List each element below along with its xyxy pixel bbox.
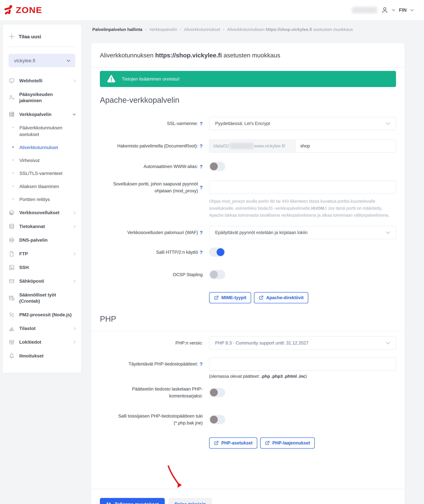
help-icon[interactable]: ?	[200, 249, 203, 255]
docroot-input[interactable]: shop	[296, 140, 396, 152]
person-plus-icon	[9, 95, 19, 101]
bullet-icon	[12, 127, 14, 128]
sidebar-item-verkkopalvelin[interactable]: Verkkopalvelin	[9, 108, 75, 121]
php-noext-toggle[interactable]	[209, 388, 225, 397]
www-alias-row: Automaattinen WWW-alias:?	[100, 162, 396, 171]
runner-icon	[4, 5, 14, 15]
sidebar-item-dns-palvelin[interactable]: DNS DNS-palvelin	[9, 233, 75, 247]
apache-section-heading: Apache-verkkopalvelin	[100, 95, 396, 105]
docroot-row: Hakemisto palvelimella (DocumentRoot):? …	[100, 139, 396, 153]
www-alias-toggle[interactable]	[209, 162, 225, 171]
page-title: Aliverkkotunnuksen https://shop.vickylee…	[100, 52, 396, 59]
docroot-prefix: /data01/www.vickylee.fi/	[209, 140, 296, 152]
sidebar-subitem-paaverkkotunnuksen-asetukset[interactable]: Pääverkkotunnuksen asetukset	[9, 121, 75, 141]
toggle-knob	[210, 389, 218, 396]
help-icon[interactable]: ?	[200, 143, 203, 149]
sidebar-item-tilastot[interactable]: Tilastot	[9, 322, 75, 335]
sidebar-subitem-porttien-reititys[interactable]: Porttien reititys	[9, 193, 75, 206]
php-version-select[interactable]: PHP 8.3 · Community support until: 31.12…	[209, 336, 396, 350]
php-section-heading: PHP	[100, 314, 396, 324]
sidebar-item-lokitiedot[interactable]: Lokitiedot	[9, 335, 75, 349]
app-port-input[interactable]	[209, 180, 396, 194]
breadcrumb-item[interactable]: Verkkopalvelin	[149, 27, 177, 32]
archive-box-icon	[9, 339, 19, 345]
language-selector[interactable]: FIN	[399, 7, 407, 13]
sidebar-subitem-ssl-tls-varmenteet[interactable]: SSL/TLS-varmenteet	[9, 167, 75, 180]
user-menu-chevron-icon[interactable]	[392, 8, 395, 11]
php-buttons-row: PHP-asetukset PHP-laajennukset	[209, 437, 396, 449]
php-version-label: PHP:n versio:	[175, 340, 203, 346]
ssl-cert-select[interactable]: Pyydettäessä: Let's Encrypt	[209, 117, 396, 130]
sidebar-subitem-aliverkkotunnukset[interactable]: Aliverkkotunnukset	[9, 141, 75, 154]
waf-label: Verkkosovellusten palomuuri (WAF)	[127, 229, 198, 236]
breadcrumb-item[interactable]: Palvelinpalvelun hallinta	[92, 27, 142, 32]
apache-directives-button[interactable]: Apache-direktiivit	[254, 292, 308, 303]
chevron-down-icon	[386, 342, 390, 344]
breadcrumb-item[interactable]: Aliverkkotunnukset	[184, 27, 220, 32]
top-bar: ZONE FIN	[0, 0, 424, 20]
app-port-row: Sovelluksen portti, johon saapuvat pyynn…	[100, 180, 396, 219]
php-extensions-label: Täydentävät PHP-tiedostopäätteet:	[129, 361, 198, 368]
file-icon	[9, 251, 19, 257]
sidebar-item-ftp[interactable]: FTP	[9, 247, 75, 261]
redacted-path-segment	[230, 143, 254, 149]
php-heading-wrap: PHP	[91, 314, 405, 331]
calendar-clock-icon	[9, 295, 19, 301]
language-chevron-icon[interactable]	[411, 8, 414, 11]
php-extensions-input[interactable]	[209, 357, 396, 371]
help-icon[interactable]: ?	[200, 164, 203, 169]
external-link-icon	[214, 440, 219, 446]
order-new-button[interactable]: Tilaa uusi	[9, 31, 75, 47]
toggle-knob	[217, 248, 224, 256]
sidebar-item-webhotelli[interactable]: Webhotelli	[9, 74, 75, 88]
database-icon	[9, 223, 19, 230]
php-extensions-helper: (olemassa olevat päätteet: .php .php3 .p…	[209, 374, 396, 379]
sidebar-item-pm2-prosessit[interactable]: PM2-prosessit (Node.js)	[9, 308, 75, 322]
mime-types-button[interactable]: MIME-tyypit	[209, 292, 251, 303]
go-back-button[interactable]: Palaa takaisin	[168, 498, 212, 504]
chevron-right-icon	[73, 225, 76, 228]
user-icon[interactable]	[381, 7, 388, 13]
waf-select[interactable]: Epäilyttävät pyynnöt estetään ja kirjata…	[209, 226, 396, 239]
breadcrumb-separator	[180, 29, 181, 30]
php-extensions-button[interactable]: PHP-laajennukset	[260, 437, 315, 449]
bullet-icon	[12, 159, 14, 161]
sidebar-item-saannolliset-tyot[interactable]: Säännölliset työt (Crontab)	[9, 288, 75, 308]
apache-buttons-row: MIME-tyypit Apache-direktiivit	[209, 292, 396, 303]
external-link-icon	[259, 295, 264, 300]
username-redacted	[352, 7, 377, 13]
sidebar-item-ilmoitukset[interactable]: Ilmoitukset	[9, 349, 75, 363]
ocsp-label: OCSP Stapling	[173, 271, 203, 278]
bullet-icon	[12, 198, 14, 200]
chevron-right-icon	[73, 79, 76, 82]
logo-wordmark: ZONE	[16, 5, 42, 15]
zone-logo[interactable]: ZONE	[4, 5, 42, 15]
bullet-icon	[12, 147, 14, 148]
sidebar-item-ssh[interactable]: SSH SSH	[9, 261, 75, 274]
help-icon[interactable]: ?	[200, 121, 203, 127]
php-secondary-ext-toggle[interactable]	[209, 415, 225, 424]
chevron-down-icon	[386, 122, 390, 125]
wordpress-icon	[9, 210, 19, 216]
sidebar-subitem-virhesivut[interactable]: Virhesivut	[9, 154, 75, 167]
help-icon[interactable]: ?	[200, 361, 203, 367]
http2-toggle[interactable]	[209, 248, 225, 257]
php-secondary-ext-row: Salli toissijaisen PHP-tiedostopäätteen …	[100, 413, 396, 427]
ocsp-toggle[interactable]	[209, 270, 225, 279]
sidebar-item-sahkoposti[interactable]: Sähköposti	[9, 274, 75, 288]
sidebar-item-tietokannat[interactable]: Tietokannat	[9, 220, 75, 233]
page-title-wrap: Aliverkkotunnuksen https://shop.vickylee…	[91, 50, 405, 67]
sidebar-subitem-aliaksen-tilaaminen[interactable]: Aliaksen tilaaminen	[9, 180, 75, 193]
help-icon[interactable]: ?	[200, 230, 203, 236]
save-changes-button[interactable]: Tallenna muutokset	[100, 498, 165, 504]
sidebar-item-verkkosovellukset[interactable]: Verkkosovellukset	[9, 206, 75, 219]
domain-select[interactable]: vickylee.fi	[9, 54, 75, 67]
sidebar-item-paasyoikeuden-jakaminen[interactable]: Pääsyoikeuden jakaminen	[9, 88, 75, 108]
http2-label: Salli HTTP/2:n käyttö	[156, 249, 198, 256]
docroot-input-group: /data01/www.vickylee.fi/ shop	[209, 139, 396, 153]
waf-row: Verkkosovellusten palomuuri (WAF)? Epäil…	[100, 226, 396, 239]
help-icon[interactable]: ?	[200, 185, 203, 190]
php-settings-button[interactable]: PHP-asetukset	[209, 437, 257, 449]
chevron-right-icon	[73, 327, 76, 330]
www-alias-label: Automaattinen WWW-alias:	[143, 163, 198, 170]
